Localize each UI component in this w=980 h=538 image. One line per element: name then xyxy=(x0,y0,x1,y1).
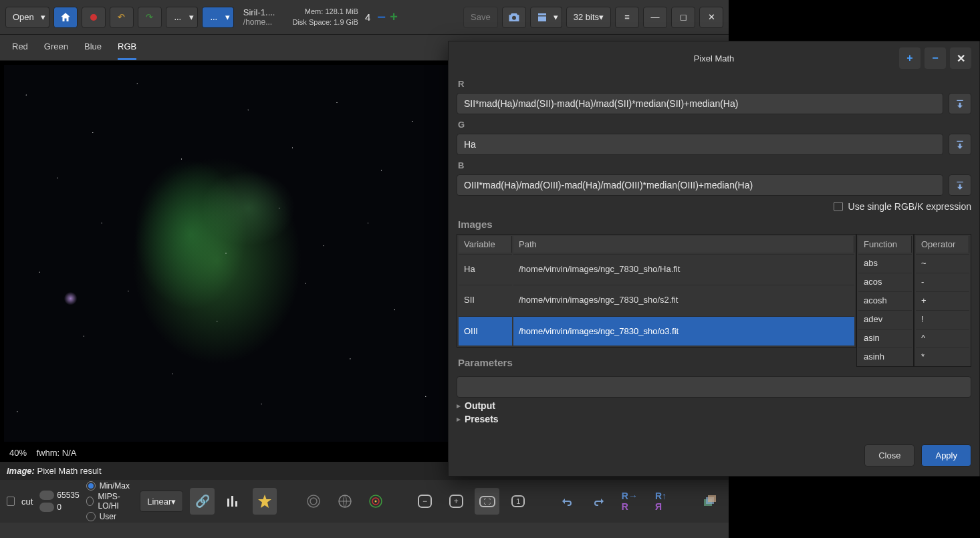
tab-blue[interactable]: Blue xyxy=(84,41,102,60)
open-dropdown[interactable]: ▾ xyxy=(37,7,49,28)
list-item[interactable]: * xyxy=(916,348,969,365)
home-button[interactable] xyxy=(53,7,78,28)
more-1-dropdown[interactable]: ▾ xyxy=(186,7,198,28)
export-dropdown[interactable]: ▾ xyxy=(550,7,562,28)
open-button[interactable]: Open xyxy=(5,7,41,28)
save-button[interactable]: Save xyxy=(463,7,498,28)
g-load-button[interactable] xyxy=(949,134,971,155)
g-expression-input[interactable] xyxy=(457,134,943,155)
histogram-icon[interactable] xyxy=(221,488,246,515)
radio-user[interactable] xyxy=(86,512,96,521)
range-mode-radios: Min/Max MIPS-LO/HI User xyxy=(86,481,133,521)
b-expression-input[interactable] xyxy=(457,174,943,196)
maximize-button[interactable]: ◻ xyxy=(671,7,695,28)
table-row[interactable]: SII/home/vinvin/images/ngc_7830_sho/s2.f… xyxy=(459,285,854,314)
list-item[interactable]: - xyxy=(916,273,969,290)
use-single-label: Use single RGB/K expression xyxy=(848,201,971,212)
list-item[interactable]: ! xyxy=(916,310,969,327)
rotate-right-icon[interactable] xyxy=(586,488,611,515)
list-item[interactable]: acos xyxy=(858,273,912,290)
dialog-add-button[interactable]: + xyxy=(899,47,921,69)
zoom-in-icon[interactable]: + xyxy=(444,488,469,515)
main-toolbar: Open ▾ ↶ ↷ ... ▾ ... ▾ Siril-1.... /home… xyxy=(0,0,729,35)
snapshot-button[interactable] xyxy=(502,7,526,28)
window-title: Siril-1.... /home... xyxy=(243,7,275,27)
presets-expander[interactable]: Presets xyxy=(457,414,971,424)
table-row[interactable]: OIII/home/vinvin/images/ngc_7830_sho/o3.… xyxy=(459,316,854,346)
tab-rgb[interactable]: RGB xyxy=(118,41,136,60)
list-item[interactable]: + xyxy=(916,291,969,309)
undo-button[interactable]: ↶ xyxy=(110,7,134,28)
chain-icon[interactable]: 🔗 xyxy=(190,488,215,515)
zoom-out-icon[interactable]: − xyxy=(412,488,437,515)
bits-dropdown[interactable]: 32 bits ▾ xyxy=(566,7,611,28)
images-table[interactable]: Variable Path Ha/home/vinvin/images/ngc_… xyxy=(457,234,856,348)
more-2-dropdown[interactable]: ▾ xyxy=(222,7,234,28)
range-sliders: 65535 0 xyxy=(39,491,79,512)
flip-v-icon[interactable]: R↑Я xyxy=(648,488,673,515)
list-item[interactable]: ~ xyxy=(916,254,969,271)
use-single-checkbox[interactable] xyxy=(834,202,843,211)
close-button[interactable]: Close xyxy=(864,444,914,466)
svg-point-0 xyxy=(308,495,320,507)
rotate-left-icon[interactable] xyxy=(555,488,580,515)
list-item[interactable]: adev xyxy=(858,310,912,327)
radio-mips[interactable] xyxy=(86,497,94,506)
redo-button[interactable]: ↷ xyxy=(138,7,162,28)
system-stats: Mem: 128.1 MiB Disk Space: 1.9 GiB xyxy=(292,7,358,27)
table-row[interactable]: Ha/home/vinvin/images/ngc_7830_sho/Ha.fi… xyxy=(459,254,854,283)
output-expander[interactable]: Output xyxy=(457,400,971,411)
svg-rect-8 xyxy=(708,495,716,502)
minimize-button[interactable]: — xyxy=(643,7,667,28)
cut-checkbox[interactable] xyxy=(7,497,15,506)
hamburger-menu[interactable]: ≡ xyxy=(615,7,639,28)
tab-red[interactable]: Red xyxy=(12,41,28,60)
close-window-button[interactable]: ✕ xyxy=(699,7,723,28)
r-expression-input[interactable] xyxy=(457,93,943,114)
layers-icon[interactable] xyxy=(697,488,722,515)
r-load-button[interactable] xyxy=(949,93,971,114)
list-item[interactable]: asin xyxy=(858,329,912,346)
functions-table[interactable]: Function absacosacoshadevasinasinh xyxy=(856,234,914,367)
operators-table[interactable]: Operator ~-+!^* xyxy=(914,234,971,367)
flip-h-icon[interactable]: R→R xyxy=(618,488,642,515)
svg-point-5 xyxy=(375,501,377,503)
star-icon[interactable] xyxy=(253,488,277,515)
record-button[interactable] xyxy=(82,7,106,28)
target-icon[interactable] xyxy=(364,488,388,515)
list-item[interactable]: asinh xyxy=(858,348,912,365)
zoom-out-button[interactable]: − xyxy=(377,9,386,26)
list-item[interactable]: abs xyxy=(858,254,912,271)
zoom-value: 4 xyxy=(365,11,370,23)
stretch-dropdown[interactable]: Linear ▾ xyxy=(140,491,183,512)
hi-slider[interactable] xyxy=(39,491,54,500)
nebula-image xyxy=(4,65,448,442)
zoom-fit-icon[interactable]: ⛶ xyxy=(475,488,499,515)
viewer-status: 40% fwhm: N/A xyxy=(9,448,76,458)
label-b: B xyxy=(458,160,970,170)
bottom-toolbar: cut 65535 0 Min/Max MIPS-LO/HI User Line… xyxy=(0,480,729,523)
globe-icon[interactable] xyxy=(332,488,357,515)
lo-slider[interactable] xyxy=(39,503,54,512)
label-r: R xyxy=(458,79,970,89)
b-load-button[interactable] xyxy=(949,174,971,196)
pixel-math-dialog: Pixel Math + − ✕ R G B Use single RGB/K … xyxy=(448,41,980,477)
list-item[interactable]: ^ xyxy=(916,329,969,346)
dialog-remove-button[interactable]: − xyxy=(925,47,946,69)
cut-label: cut xyxy=(21,497,33,507)
spiral-icon[interactable] xyxy=(301,488,326,515)
apply-button[interactable]: Apply xyxy=(921,444,971,466)
images-heading: Images xyxy=(458,219,970,230)
zoom-in-button[interactable]: + xyxy=(390,9,398,25)
zoom-100-icon[interactable]: 1 xyxy=(506,488,531,515)
radio-minmax[interactable] xyxy=(86,481,96,491)
tab-green[interactable]: Green xyxy=(44,41,68,60)
parameters-input[interactable] xyxy=(457,376,971,398)
dialog-close-icon[interactable]: ✕ xyxy=(950,47,971,69)
list-item[interactable]: acosh xyxy=(858,291,912,309)
label-g: G xyxy=(458,120,970,130)
svg-point-1 xyxy=(310,498,317,505)
